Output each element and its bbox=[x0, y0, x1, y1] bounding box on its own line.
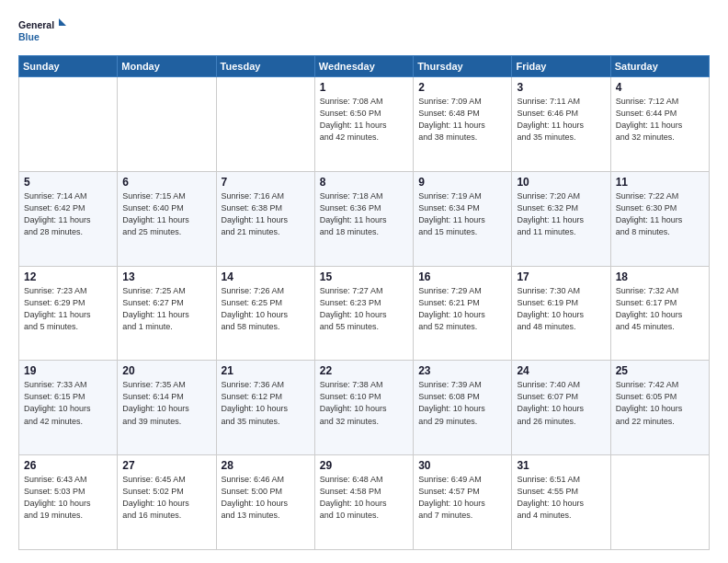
day-number: 29 bbox=[320, 459, 408, 472]
day-info: Sunrise: 7:09 AM Sunset: 6:48 PM Dayligh… bbox=[418, 96, 506, 144]
weekday-header-sunday: Sunday bbox=[19, 56, 118, 77]
day-cell: 14Sunrise: 7:26 AM Sunset: 6:25 PM Dayli… bbox=[216, 266, 314, 361]
week-row-3: 12Sunrise: 7:23 AM Sunset: 6:29 PM Dayli… bbox=[19, 266, 710, 361]
weekday-header-tuesday: Tuesday bbox=[216, 56, 314, 77]
day-info: Sunrise: 7:19 AM Sunset: 6:34 PM Dayligh… bbox=[418, 190, 506, 238]
day-cell: 25Sunrise: 7:42 AM Sunset: 6:05 PM Dayli… bbox=[610, 361, 709, 455]
svg-marker-2 bbox=[59, 18, 66, 26]
day-cell: 16Sunrise: 7:29 AM Sunset: 6:21 PM Dayli… bbox=[414, 266, 512, 361]
day-cell: 5Sunrise: 7:14 AM Sunset: 6:42 PM Daylig… bbox=[19, 171, 118, 266]
day-cell: 8Sunrise: 7:18 AM Sunset: 6:36 PM Daylig… bbox=[314, 171, 413, 266]
day-cell: 31Sunrise: 6:51 AM Sunset: 4:55 PM Dayli… bbox=[512, 455, 610, 550]
day-cell: 23Sunrise: 7:39 AM Sunset: 6:08 PM Dayli… bbox=[414, 361, 512, 455]
weekday-header-row: SundayMondayTuesdayWednesdayThursdayFrid… bbox=[19, 56, 710, 77]
day-cell: 7Sunrise: 7:16 AM Sunset: 6:38 PM Daylig… bbox=[216, 171, 314, 266]
day-number: 13 bbox=[122, 270, 210, 283]
day-cell: 22Sunrise: 7:38 AM Sunset: 6:10 PM Dayli… bbox=[314, 361, 413, 455]
page: General Blue SundayMondayTuesdayWednesda… bbox=[0, 0, 728, 563]
day-info: Sunrise: 7:08 AM Sunset: 6:50 PM Dayligh… bbox=[320, 96, 408, 144]
day-number: 26 bbox=[24, 459, 112, 472]
week-row-5: 26Sunrise: 6:43 AM Sunset: 5:03 PM Dayli… bbox=[19, 455, 710, 550]
svg-text:General: General bbox=[18, 19, 54, 30]
day-cell: 2Sunrise: 7:09 AM Sunset: 6:48 PM Daylig… bbox=[414, 77, 512, 172]
day-cell: 20Sunrise: 7:35 AM Sunset: 6:14 PM Dayli… bbox=[118, 361, 216, 455]
logo: General Blue bbox=[18, 17, 66, 46]
day-cell: 19Sunrise: 7:33 AM Sunset: 6:15 PM Dayli… bbox=[19, 361, 118, 455]
day-cell: 30Sunrise: 6:49 AM Sunset: 4:57 PM Dayli… bbox=[414, 455, 512, 550]
day-cell: 3Sunrise: 7:11 AM Sunset: 6:46 PM Daylig… bbox=[512, 77, 610, 172]
day-number: 25 bbox=[616, 364, 704, 377]
day-info: Sunrise: 7:27 AM Sunset: 6:23 PM Dayligh… bbox=[320, 285, 408, 333]
day-number: 10 bbox=[517, 176, 605, 189]
day-info: Sunrise: 6:45 AM Sunset: 5:02 PM Dayligh… bbox=[122, 474, 210, 522]
weekday-header-friday: Friday bbox=[512, 56, 610, 77]
day-number: 21 bbox=[222, 364, 310, 377]
day-info: Sunrise: 7:14 AM Sunset: 6:42 PM Dayligh… bbox=[24, 190, 112, 238]
day-info: Sunrise: 7:26 AM Sunset: 6:25 PM Dayligh… bbox=[222, 285, 310, 333]
day-info: Sunrise: 6:51 AM Sunset: 4:55 PM Dayligh… bbox=[517, 474, 605, 522]
header: General Blue bbox=[18, 17, 710, 46]
day-number: 20 bbox=[122, 364, 210, 377]
day-number: 19 bbox=[24, 364, 112, 377]
day-cell: 27Sunrise: 6:45 AM Sunset: 5:02 PM Dayli… bbox=[118, 455, 216, 550]
day-cell: 9Sunrise: 7:19 AM Sunset: 6:34 PM Daylig… bbox=[414, 171, 512, 266]
day-info: Sunrise: 7:20 AM Sunset: 6:32 PM Dayligh… bbox=[517, 190, 605, 238]
day-cell: 24Sunrise: 7:40 AM Sunset: 6:07 PM Dayli… bbox=[512, 361, 610, 455]
day-number: 14 bbox=[222, 270, 310, 283]
calendar-table: SundayMondayTuesdayWednesdayThursdayFrid… bbox=[18, 55, 710, 550]
day-cell: 6Sunrise: 7:15 AM Sunset: 6:40 PM Daylig… bbox=[118, 171, 216, 266]
day-number: 30 bbox=[418, 459, 506, 472]
day-info: Sunrise: 7:42 AM Sunset: 6:05 PM Dayligh… bbox=[616, 379, 704, 427]
day-info: Sunrise: 7:40 AM Sunset: 6:07 PM Dayligh… bbox=[517, 379, 605, 427]
day-number: 1 bbox=[320, 81, 408, 94]
day-number: 12 bbox=[24, 270, 112, 283]
day-cell: 17Sunrise: 7:30 AM Sunset: 6:19 PM Dayli… bbox=[512, 266, 610, 361]
day-number: 18 bbox=[616, 270, 704, 283]
day-number: 23 bbox=[418, 364, 506, 377]
day-cell: 21Sunrise: 7:36 AM Sunset: 6:12 PM Dayli… bbox=[216, 361, 314, 455]
day-cell: 1Sunrise: 7:08 AM Sunset: 6:50 PM Daylig… bbox=[314, 77, 413, 172]
week-row-4: 19Sunrise: 7:33 AM Sunset: 6:15 PM Dayli… bbox=[19, 361, 710, 455]
day-info: Sunrise: 6:48 AM Sunset: 4:58 PM Dayligh… bbox=[320, 474, 408, 522]
day-info: Sunrise: 7:39 AM Sunset: 6:08 PM Dayligh… bbox=[418, 379, 506, 427]
week-row-1: 1Sunrise: 7:08 AM Sunset: 6:50 PM Daylig… bbox=[19, 77, 710, 172]
day-cell bbox=[118, 77, 216, 172]
day-info: Sunrise: 7:23 AM Sunset: 6:29 PM Dayligh… bbox=[24, 285, 112, 333]
day-number: 28 bbox=[222, 459, 310, 472]
day-info: Sunrise: 7:22 AM Sunset: 6:30 PM Dayligh… bbox=[616, 190, 704, 238]
weekday-header-thursday: Thursday bbox=[414, 56, 512, 77]
day-number: 16 bbox=[418, 270, 506, 283]
day-number: 4 bbox=[616, 81, 704, 94]
day-cell: 4Sunrise: 7:12 AM Sunset: 6:44 PM Daylig… bbox=[610, 77, 709, 172]
day-info: Sunrise: 7:33 AM Sunset: 6:15 PM Dayligh… bbox=[24, 379, 112, 427]
day-info: Sunrise: 7:15 AM Sunset: 6:40 PM Dayligh… bbox=[122, 190, 210, 238]
day-cell bbox=[216, 77, 314, 172]
day-info: Sunrise: 7:36 AM Sunset: 6:12 PM Dayligh… bbox=[222, 379, 310, 427]
day-info: Sunrise: 7:30 AM Sunset: 6:19 PM Dayligh… bbox=[517, 285, 605, 333]
day-info: Sunrise: 7:12 AM Sunset: 6:44 PM Dayligh… bbox=[616, 96, 704, 144]
day-cell: 15Sunrise: 7:27 AM Sunset: 6:23 PM Dayli… bbox=[314, 266, 413, 361]
day-info: Sunrise: 7:32 AM Sunset: 6:17 PM Dayligh… bbox=[616, 285, 704, 333]
day-info: Sunrise: 7:16 AM Sunset: 6:38 PM Dayligh… bbox=[222, 190, 310, 238]
day-number: 5 bbox=[24, 176, 112, 189]
week-row-2: 5Sunrise: 7:14 AM Sunset: 6:42 PM Daylig… bbox=[19, 171, 710, 266]
day-number: 3 bbox=[517, 81, 605, 94]
day-number: 22 bbox=[320, 364, 408, 377]
day-cell: 18Sunrise: 7:32 AM Sunset: 6:17 PM Dayli… bbox=[610, 266, 709, 361]
day-info: Sunrise: 7:18 AM Sunset: 6:36 PM Dayligh… bbox=[320, 190, 408, 238]
day-number: 15 bbox=[320, 270, 408, 283]
day-info: Sunrise: 7:38 AM Sunset: 6:10 PM Dayligh… bbox=[320, 379, 408, 427]
day-info: Sunrise: 6:46 AM Sunset: 5:00 PM Dayligh… bbox=[222, 474, 310, 522]
day-info: Sunrise: 7:29 AM Sunset: 6:21 PM Dayligh… bbox=[418, 285, 506, 333]
day-info: Sunrise: 7:11 AM Sunset: 6:46 PM Dayligh… bbox=[517, 96, 605, 144]
weekday-header-wednesday: Wednesday bbox=[314, 56, 413, 77]
day-cell: 12Sunrise: 7:23 AM Sunset: 6:29 PM Dayli… bbox=[19, 266, 118, 361]
day-number: 27 bbox=[122, 459, 210, 472]
weekday-header-monday: Monday bbox=[118, 56, 216, 77]
day-number: 24 bbox=[517, 364, 605, 377]
day-cell: 11Sunrise: 7:22 AM Sunset: 6:30 PM Dayli… bbox=[610, 171, 709, 266]
day-number: 2 bbox=[418, 81, 506, 94]
day-number: 7 bbox=[222, 176, 310, 189]
day-number: 17 bbox=[517, 270, 605, 283]
day-cell: 29Sunrise: 6:48 AM Sunset: 4:58 PM Dayli… bbox=[314, 455, 413, 550]
